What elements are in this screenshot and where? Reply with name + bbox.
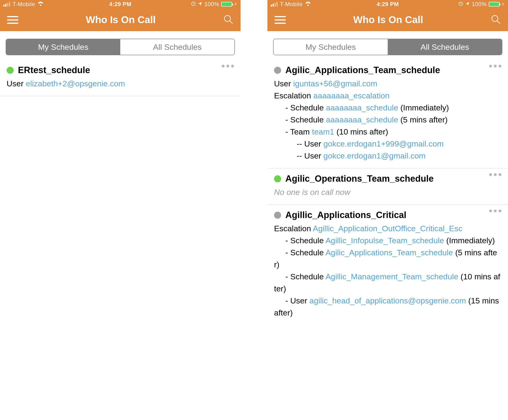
page-title: Who Is On Call: [353, 14, 423, 25]
schedule-item[interactable]: Agilic_Applications_Team_schedule User i…: [267, 60, 508, 168]
search-button[interactable]: [223, 14, 234, 25]
svg-line-5: [497, 21, 500, 24]
tab-my-schedules[interactable]: My Schedules: [6, 39, 120, 55]
menu-button[interactable]: [7, 16, 18, 24]
menu-button[interactable]: [274, 16, 286, 24]
schedule-item[interactable]: ERtest_schedule User elizabeth+2@opsgeni…: [0, 60, 241, 96]
escalation-label: Escalation: [274, 91, 311, 100]
user-link[interactable]: iguntas+56@gmail.com: [293, 79, 377, 88]
schedule-label: Schedule: [290, 272, 324, 281]
schedule-label: Schedule: [290, 103, 324, 112]
schedule-label: Schedule: [290, 115, 324, 124]
delay-text: (Immediately): [400, 103, 449, 112]
svg-line-2: [230, 21, 233, 24]
schedule-link[interactable]: Agillic_Management_Team_schedule: [325, 272, 458, 281]
tab-all-schedules[interactable]: All Schedules: [120, 39, 235, 55]
wifi-icon: [305, 1, 311, 8]
phone-left: T-Mobile 4:29 PM 100% ⚡︎ Who Is On Call: [0, 0, 241, 420]
search-button[interactable]: [491, 14, 501, 25]
status-dot-icon: [7, 67, 14, 74]
user-link[interactable]: gokce.erdogan1@gmail.com: [323, 151, 426, 160]
user-label: User: [304, 139, 321, 148]
tab-all-schedules[interactable]: All Schedules: [388, 39, 502, 55]
user-label: User: [304, 151, 321, 160]
schedule-link[interactable]: aaaaaaaa_schedule: [326, 115, 398, 124]
page-title: Who Is On Call: [86, 14, 156, 25]
battery-icon: [221, 2, 232, 7]
user-label: User: [290, 296, 307, 305]
clock-label: 4:29 PM: [349, 1, 427, 8]
battery-pct: 100%: [204, 1, 219, 8]
team-link[interactable]: team1: [312, 127, 334, 136]
status-dot-icon: [274, 175, 281, 182]
segmented-control: My Schedules All Schedules: [0, 31, 241, 60]
more-button[interactable]: [222, 65, 234, 68]
status-bar: T-Mobile 4:29 PM 100% ⚡︎: [0, 0, 241, 8]
charging-icon: ⚡︎: [501, 1, 505, 7]
schedule-title: ERtest_schedule: [18, 65, 90, 75]
orientation-lock-icon: [458, 1, 463, 8]
more-button[interactable]: [489, 210, 501, 212]
status-bar: T-Mobile 4:29 PM 100% ⚡︎: [267, 0, 508, 8]
more-button[interactable]: [489, 173, 501, 176]
schedule-title: Agillic_Applications_Critical: [285, 210, 406, 220]
segmented-control: My Schedules All Schedules: [267, 31, 508, 60]
nav-header: Who Is On Call: [0, 8, 241, 31]
delay-text: (5 mins after): [400, 115, 448, 124]
wifi-icon: [37, 1, 44, 8]
schedule-link[interactable]: aaaaaaaa_schedule: [326, 103, 398, 112]
tab-my-schedules[interactable]: My Schedules: [273, 39, 388, 55]
escalation-link[interactable]: Agillic_Application_OutOffice_Critical_E…: [313, 224, 462, 233]
signal-icon: [3, 2, 10, 7]
charging-icon: ⚡︎: [234, 1, 237, 7]
phone-right: T-Mobile 4:29 PM 100% ⚡︎ Who Is On Call: [267, 0, 508, 420]
user-label: User: [7, 79, 24, 88]
schedule-label: Schedule: [290, 236, 324, 245]
schedule-item[interactable]: Agillic_Applications_Critical Escalation…: [267, 205, 508, 325]
carrier-label: T-Mobile: [280, 1, 302, 8]
escalation-link[interactable]: aaaaaaaa_escalation: [313, 91, 389, 100]
battery-icon: [489, 2, 500, 7]
schedule-link[interactable]: Agillic_Infopulse_Team_schedule: [325, 236, 444, 245]
orientation-lock-icon: [191, 1, 196, 8]
signal-icon: [271, 2, 278, 7]
nav-header: Who Is On Call: [267, 8, 508, 31]
user-link[interactable]: gokce.erdogan1+999@gmail.com: [323, 139, 444, 148]
status-dot-icon: [274, 212, 281, 219]
empty-state-text: No one is on call now: [274, 188, 350, 196]
team-label: Team: [290, 127, 310, 136]
svg-point-1: [225, 15, 231, 22]
escalation-label: Escalation: [274, 224, 311, 233]
user-link[interactable]: elizabeth+2@opsgenie.com: [26, 79, 125, 88]
delay-text: (10 mins after): [337, 127, 388, 136]
clock-label: 4:29 PM: [81, 1, 159, 8]
delay-text: (Immediately): [446, 236, 495, 245]
user-link[interactable]: agilic_head_of_applications@opsgenie.com: [309, 296, 466, 305]
schedule-title: Agilic_Operations_Team_schedule: [285, 174, 434, 184]
status-dot-icon: [274, 67, 281, 74]
schedule-label: Schedule: [290, 248, 324, 257]
schedule-title: Agilic_Applications_Team_schedule: [285, 65, 440, 75]
location-icon: [465, 1, 470, 8]
svg-point-4: [492, 15, 498, 22]
location-icon: [198, 1, 202, 8]
battery-pct: 100%: [472, 1, 486, 8]
schedule-item[interactable]: Agilic_Operations_Team_schedule No one i…: [267, 168, 508, 205]
schedule-link[interactable]: Agilic_Applications_Team_schedule: [325, 248, 453, 257]
user-label: User: [274, 79, 291, 88]
carrier-label: T-Mobile: [13, 1, 35, 8]
more-button[interactable]: [489, 65, 501, 68]
